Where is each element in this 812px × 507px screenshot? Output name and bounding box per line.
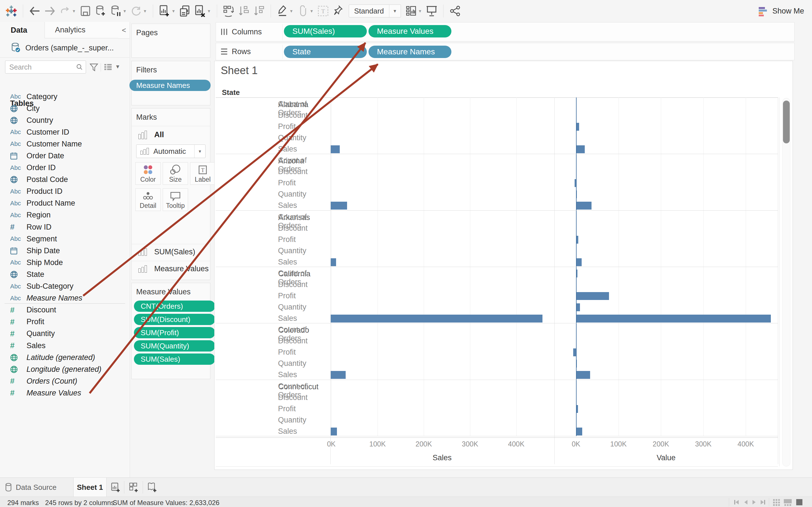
field-item[interactable]: Latitude (generated): [0, 351, 130, 363]
field-item[interactable]: Longitude (generated): [0, 363, 130, 375]
next-page-icon[interactable]: [752, 499, 757, 505]
duplicate-sheet-icon[interactable]: [179, 4, 191, 17]
text-label-icon[interactable]: T: [317, 4, 329, 17]
tab-analytics[interactable]: Analytics: [45, 22, 118, 38]
pill-sum-sales-[interactable]: SUM(Sales): [134, 353, 215, 365]
field-item[interactable]: #Profit: [0, 316, 130, 328]
highlight-icon[interactable]: [276, 4, 289, 17]
field-item[interactable]: Ship Date: [0, 245, 130, 257]
view-options-caret[interactable]: ▼: [115, 64, 120, 70]
pin-icon[interactable]: [332, 4, 345, 17]
view-options-icon[interactable]: [104, 64, 112, 71]
show-cards-caret[interactable]: ▾: [419, 4, 423, 17]
field-item[interactable]: AbcCustomer ID: [0, 126, 130, 138]
show-me-button[interactable]: Show Me: [757, 0, 804, 22]
mark-type-caret[interactable]: ▾: [194, 145, 205, 158]
first-page-icon[interactable]: [733, 499, 740, 505]
field-item[interactable]: #Discount: [0, 304, 130, 316]
collapse-pane-icon[interactable]: <: [118, 22, 130, 39]
field-item[interactable]: AbcSegment: [0, 233, 130, 245]
new-worksheet-caret[interactable]: ▾: [172, 4, 177, 17]
measure-values-card[interactable]: Measure Values CNT(Orders)SUM(Discount)S…: [132, 283, 210, 379]
field-item[interactable]: AbcProduct Name: [0, 198, 130, 209]
bar[interactable]: [576, 405, 578, 413]
filters-card[interactable]: Filters Measure Names: [132, 61, 210, 105]
field-item[interactable]: AbcSub-Category: [0, 281, 130, 292]
field-item[interactable]: #Quantity: [0, 328, 130, 340]
bar[interactable]: [576, 123, 579, 131]
pill-sum-profit-[interactable]: SUM(Profit): [134, 327, 215, 338]
rows-shelf[interactable]: Rows StateMeasure Names: [216, 43, 795, 60]
tooltip-button[interactable]: Tooltip: [163, 188, 188, 211]
redo-icon[interactable]: [44, 4, 56, 17]
tab-data[interactable]: Data: [0, 22, 45, 38]
new-dashboard-tab-icon[interactable]: [129, 482, 139, 493]
field-item[interactable]: #Measure Values: [0, 387, 130, 399]
presentation-mode-icon[interactable]: [425, 4, 438, 17]
refresh-icon[interactable]: [130, 4, 142, 17]
field-item[interactable]: Postal Code: [0, 174, 130, 186]
pill-sum-discount-[interactable]: SUM(Discount): [134, 314, 215, 325]
tableau-logo[interactable]: [5, 4, 17, 17]
mark-type-select[interactable]: Automatic ▾: [136, 145, 206, 158]
vertical-scrollbar[interactable]: [782, 98, 790, 466]
marks-sub-sum-sales[interactable]: SUM(Sales): [139, 247, 195, 256]
field-item[interactable]: AbcOrder ID: [0, 162, 130, 174]
pill-cnt-orders-[interactable]: CNT(Orders): [134, 300, 215, 312]
bar[interactable]: [576, 371, 590, 379]
datasource-item[interactable]: Orders (sample_-_super...: [0, 40, 130, 56]
data-source-tab[interactable]: Data Source: [5, 478, 57, 497]
highlight-caret[interactable]: ▾: [290, 4, 295, 17]
bar[interactable]: [331, 428, 337, 436]
swap-rows-columns-icon[interactable]: [222, 4, 235, 17]
bar[interactable]: [576, 236, 578, 244]
field-item[interactable]: State: [0, 269, 130, 280]
grid-view-icon[interactable]: [773, 499, 780, 506]
field-item[interactable]: City: [0, 103, 130, 114]
size-button[interactable]: Size: [163, 162, 188, 185]
field-item[interactable]: Country: [0, 114, 130, 126]
clear-sheet-icon[interactable]: [194, 4, 206, 17]
fit-selector-caret[interactable]: ▾: [389, 5, 401, 17]
filter-fields-icon[interactable]: [90, 63, 98, 71]
bar[interactable]: [331, 202, 347, 210]
full-view-icon[interactable]: [796, 499, 802, 505]
clear-sheet-caret[interactable]: ▾: [208, 4, 212, 17]
pause-updates-caret[interactable]: ▾: [123, 4, 128, 17]
bar[interactable]: [331, 145, 340, 153]
replay-caret[interactable]: ▾: [73, 4, 77, 17]
field-item[interactable]: AbcProduct ID: [0, 186, 130, 198]
field-item[interactable]: Order Date: [0, 150, 130, 162]
bar[interactable]: [331, 315, 543, 323]
bar[interactable]: [576, 303, 580, 311]
fit-selector[interactable]: Standard ▾: [349, 4, 401, 17]
filmstrip-view-icon[interactable]: [784, 499, 792, 506]
bar[interactable]: [576, 270, 577, 277]
new-worksheet-tab-icon[interactable]: [110, 482, 121, 493]
field-item[interactable]: AbcShip Mode: [0, 257, 130, 269]
marks-card[interactable]: Marks All Automatic ▾ Color Size T Label…: [132, 108, 210, 280]
replay-icon[interactable]: [59, 4, 71, 17]
field-item[interactable]: #Orders (Count): [0, 375, 130, 387]
undo-icon[interactable]: [29, 4, 41, 17]
pill-measure-names[interactable]: Measure Names: [368, 46, 451, 58]
detail-button[interactable]: Detail: [135, 188, 161, 211]
new-worksheet-icon[interactable]: [158, 4, 171, 17]
field-item[interactable]: AbcRegion: [0, 209, 130, 221]
show-cards-icon[interactable]: [405, 4, 417, 17]
bar[interactable]: [576, 258, 581, 266]
pill-measure-names[interactable]: Measure Names: [130, 80, 211, 91]
pill-sum-quantity-[interactable]: SUM(Quantity): [134, 340, 215, 351]
columns-shelf[interactable]: Columns SUM(Sales)Measure Values: [216, 22, 795, 41]
share-icon[interactable]: [449, 4, 461, 17]
bar[interactable]: [576, 292, 609, 300]
pill-sum-sales-[interactable]: SUM(Sales): [284, 25, 367, 38]
last-page-icon[interactable]: [760, 499, 766, 505]
bar[interactable]: [573, 348, 576, 356]
field-item[interactable]: AbcCategory: [0, 91, 130, 103]
bar[interactable]: [576, 202, 592, 210]
color-button[interactable]: Color: [135, 162, 161, 185]
field-item[interactable]: #Row ID: [0, 221, 130, 233]
scrollbar-thumb[interactable]: [783, 101, 790, 144]
bar[interactable]: [574, 179, 576, 187]
